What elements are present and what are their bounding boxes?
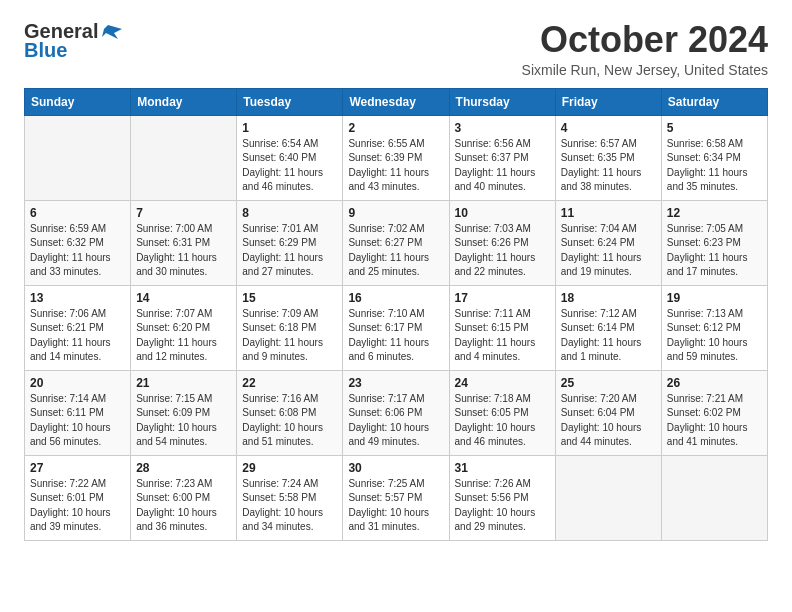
day-info: Sunrise: 7:18 AMSunset: 6:05 PMDaylight:…	[455, 392, 550, 450]
day-info: Sunrise: 7:23 AMSunset: 6:00 PMDaylight:…	[136, 477, 231, 535]
day-number: 5	[667, 121, 762, 135]
table-row: 18Sunrise: 7:12 AMSunset: 6:14 PMDayligh…	[555, 285, 661, 370]
calendar-week-row: 27Sunrise: 7:22 AMSunset: 6:01 PMDayligh…	[25, 455, 768, 540]
table-row: 2Sunrise: 6:55 AMSunset: 6:39 PMDaylight…	[343, 115, 449, 200]
day-number: 16	[348, 291, 443, 305]
table-row: 22Sunrise: 7:16 AMSunset: 6:08 PMDayligh…	[237, 370, 343, 455]
day-info: Sunrise: 7:26 AMSunset: 5:56 PMDaylight:…	[455, 477, 550, 535]
table-row: 30Sunrise: 7:25 AMSunset: 5:57 PMDayligh…	[343, 455, 449, 540]
day-info: Sunrise: 7:22 AMSunset: 6:01 PMDaylight:…	[30, 477, 125, 535]
col-saturday: Saturday	[661, 88, 767, 115]
day-info: Sunrise: 6:57 AMSunset: 6:35 PMDaylight:…	[561, 137, 656, 195]
col-sunday: Sunday	[25, 88, 131, 115]
col-thursday: Thursday	[449, 88, 555, 115]
table-row: 13Sunrise: 7:06 AMSunset: 6:21 PMDayligh…	[25, 285, 131, 370]
table-row: 8Sunrise: 7:01 AMSunset: 6:29 PMDaylight…	[237, 200, 343, 285]
day-info: Sunrise: 7:05 AMSunset: 6:23 PMDaylight:…	[667, 222, 762, 280]
table-row: 25Sunrise: 7:20 AMSunset: 6:04 PMDayligh…	[555, 370, 661, 455]
day-number: 2	[348, 121, 443, 135]
day-info: Sunrise: 7:10 AMSunset: 6:17 PMDaylight:…	[348, 307, 443, 365]
day-number: 6	[30, 206, 125, 220]
table-row	[555, 455, 661, 540]
day-info: Sunrise: 7:09 AMSunset: 6:18 PMDaylight:…	[242, 307, 337, 365]
day-info: Sunrise: 7:04 AMSunset: 6:24 PMDaylight:…	[561, 222, 656, 280]
table-row: 27Sunrise: 7:22 AMSunset: 6:01 PMDayligh…	[25, 455, 131, 540]
day-info: Sunrise: 7:02 AMSunset: 6:27 PMDaylight:…	[348, 222, 443, 280]
day-number: 21	[136, 376, 231, 390]
table-row	[131, 115, 237, 200]
col-wednesday: Wednesday	[343, 88, 449, 115]
day-info: Sunrise: 7:07 AMSunset: 6:20 PMDaylight:…	[136, 307, 231, 365]
table-row: 24Sunrise: 7:18 AMSunset: 6:05 PMDayligh…	[449, 370, 555, 455]
day-number: 30	[348, 461, 443, 475]
day-number: 22	[242, 376, 337, 390]
day-number: 15	[242, 291, 337, 305]
title-area: October 2024 Sixmile Run, New Jersey, Un…	[522, 20, 768, 78]
day-number: 19	[667, 291, 762, 305]
day-number: 24	[455, 376, 550, 390]
day-number: 3	[455, 121, 550, 135]
table-row: 10Sunrise: 7:03 AMSunset: 6:26 PMDayligh…	[449, 200, 555, 285]
table-row: 23Sunrise: 7:17 AMSunset: 6:06 PMDayligh…	[343, 370, 449, 455]
day-number: 27	[30, 461, 125, 475]
day-info: Sunrise: 6:59 AMSunset: 6:32 PMDaylight:…	[30, 222, 125, 280]
calendar-title: October 2024	[522, 20, 768, 60]
table-row: 11Sunrise: 7:04 AMSunset: 6:24 PMDayligh…	[555, 200, 661, 285]
day-info: Sunrise: 7:24 AMSunset: 5:58 PMDaylight:…	[242, 477, 337, 535]
day-number: 7	[136, 206, 231, 220]
day-info: Sunrise: 7:01 AMSunset: 6:29 PMDaylight:…	[242, 222, 337, 280]
day-info: Sunrise: 7:12 AMSunset: 6:14 PMDaylight:…	[561, 307, 656, 365]
logo: General Blue	[24, 20, 122, 62]
table-row: 17Sunrise: 7:11 AMSunset: 6:15 PMDayligh…	[449, 285, 555, 370]
day-number: 10	[455, 206, 550, 220]
day-number: 29	[242, 461, 337, 475]
table-row: 29Sunrise: 7:24 AMSunset: 5:58 PMDayligh…	[237, 455, 343, 540]
day-number: 1	[242, 121, 337, 135]
table-row	[661, 455, 767, 540]
day-number: 18	[561, 291, 656, 305]
day-info: Sunrise: 7:00 AMSunset: 6:31 PMDaylight:…	[136, 222, 231, 280]
header: General Blue October 2024 Sixmile Run, N…	[24, 20, 768, 78]
day-number: 25	[561, 376, 656, 390]
table-row: 1Sunrise: 6:54 AMSunset: 6:40 PMDaylight…	[237, 115, 343, 200]
day-info: Sunrise: 7:15 AMSunset: 6:09 PMDaylight:…	[136, 392, 231, 450]
day-info: Sunrise: 7:16 AMSunset: 6:08 PMDaylight:…	[242, 392, 337, 450]
day-number: 8	[242, 206, 337, 220]
day-info: Sunrise: 7:14 AMSunset: 6:11 PMDaylight:…	[30, 392, 125, 450]
calendar-subtitle: Sixmile Run, New Jersey, United States	[522, 62, 768, 78]
day-info: Sunrise: 7:11 AMSunset: 6:15 PMDaylight:…	[455, 307, 550, 365]
day-info: Sunrise: 7:06 AMSunset: 6:21 PMDaylight:…	[30, 307, 125, 365]
day-info: Sunrise: 7:20 AMSunset: 6:04 PMDaylight:…	[561, 392, 656, 450]
calendar-week-row: 20Sunrise: 7:14 AMSunset: 6:11 PMDayligh…	[25, 370, 768, 455]
table-row: 26Sunrise: 7:21 AMSunset: 6:02 PMDayligh…	[661, 370, 767, 455]
table-row: 4Sunrise: 6:57 AMSunset: 6:35 PMDaylight…	[555, 115, 661, 200]
calendar-header-row: Sunday Monday Tuesday Wednesday Thursday…	[25, 88, 768, 115]
day-number: 28	[136, 461, 231, 475]
table-row: 28Sunrise: 7:23 AMSunset: 6:00 PMDayligh…	[131, 455, 237, 540]
day-info: Sunrise: 6:58 AMSunset: 6:34 PMDaylight:…	[667, 137, 762, 195]
day-info: Sunrise: 7:13 AMSunset: 6:12 PMDaylight:…	[667, 307, 762, 365]
svg-marker-0	[102, 25, 122, 39]
table-row: 3Sunrise: 6:56 AMSunset: 6:37 PMDaylight…	[449, 115, 555, 200]
day-number: 26	[667, 376, 762, 390]
table-row	[25, 115, 131, 200]
day-number: 12	[667, 206, 762, 220]
calendar-week-row: 1Sunrise: 6:54 AMSunset: 6:40 PMDaylight…	[25, 115, 768, 200]
table-row: 7Sunrise: 7:00 AMSunset: 6:31 PMDaylight…	[131, 200, 237, 285]
day-info: Sunrise: 7:25 AMSunset: 5:57 PMDaylight:…	[348, 477, 443, 535]
day-number: 11	[561, 206, 656, 220]
table-row: 19Sunrise: 7:13 AMSunset: 6:12 PMDayligh…	[661, 285, 767, 370]
table-row: 20Sunrise: 7:14 AMSunset: 6:11 PMDayligh…	[25, 370, 131, 455]
day-number: 23	[348, 376, 443, 390]
day-info: Sunrise: 7:03 AMSunset: 6:26 PMDaylight:…	[455, 222, 550, 280]
table-row: 16Sunrise: 7:10 AMSunset: 6:17 PMDayligh…	[343, 285, 449, 370]
day-info: Sunrise: 7:17 AMSunset: 6:06 PMDaylight:…	[348, 392, 443, 450]
col-tuesday: Tuesday	[237, 88, 343, 115]
col-monday: Monday	[131, 88, 237, 115]
logo-blue: Blue	[24, 39, 67, 62]
table-row: 6Sunrise: 6:59 AMSunset: 6:32 PMDaylight…	[25, 200, 131, 285]
day-number: 13	[30, 291, 125, 305]
day-number: 14	[136, 291, 231, 305]
calendar-table: Sunday Monday Tuesday Wednesday Thursday…	[24, 88, 768, 541]
day-number: 9	[348, 206, 443, 220]
